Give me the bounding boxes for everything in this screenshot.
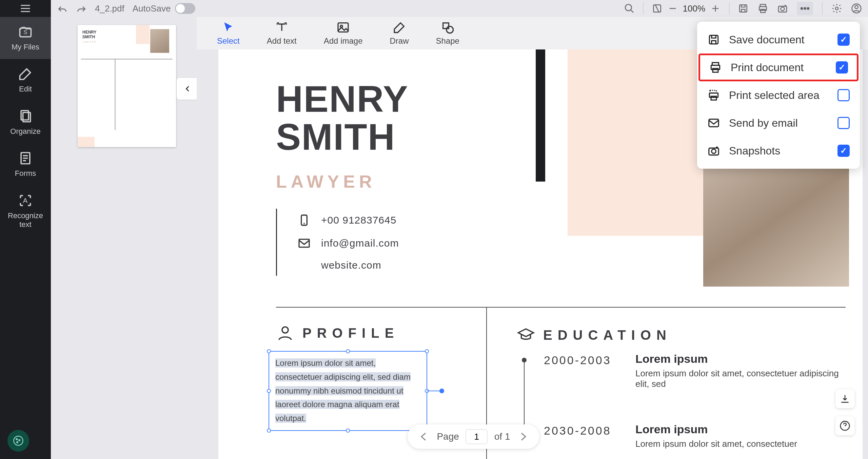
autosave-toggle[interactable]: AutoSave: [133, 3, 195, 14]
selected-text-box[interactable]: Lorem ipsum dolor sit amet, consectetuer…: [269, 351, 427, 431]
svg-point-6: [14, 436, 23, 445]
collapse-thumbnails-icon[interactable]: [177, 78, 198, 100]
left-sidebar: S My Files Edit Organize Forms A Recogni…: [0, 0, 51, 459]
menu-print-checkbox[interactable]: [836, 61, 848, 74]
rotation-line: [427, 391, 440, 391]
svg-rect-12: [739, 5, 747, 12]
menu-email-label: Send by email: [729, 117, 798, 129]
camera-icon: [707, 144, 720, 157]
nav-my-files[interactable]: S My Files: [0, 17, 51, 59]
menu-snapshots-label: Snapshots: [729, 145, 780, 157]
autosave-switch[interactable]: [175, 3, 195, 14]
svg-rect-24: [338, 23, 348, 32]
contact-website: website.com: [297, 255, 399, 276]
nav-edit[interactable]: Edit: [0, 59, 51, 101]
svg-rect-29: [299, 239, 309, 247]
download-button[interactable]: [835, 389, 854, 408]
menu-print-document[interactable]: Print document: [698, 54, 859, 81]
menu-save-checkbox[interactable]: [837, 34, 850, 46]
page-navigator: Page of 1: [408, 424, 539, 449]
settings-icon[interactable]: [831, 3, 842, 14]
nav-organize[interactable]: Organize: [0, 101, 51, 143]
menu-snapshots[interactable]: Snapshots: [697, 137, 860, 165]
autosave-label: AutoSave: [133, 3, 171, 14]
menu-print-selected-area[interactable]: Print selected area: [697, 81, 860, 109]
menu-send-email[interactable]: Send by email: [697, 109, 860, 137]
nav-recognize-text-label: Recognize text: [8, 211, 43, 229]
email-icon: [297, 236, 311, 250]
menu-snapshots-checkbox[interactable]: [837, 145, 850, 157]
selection-handle[interactable]: [267, 429, 271, 433]
cookie-settings-button[interactable]: [7, 430, 29, 452]
document-filename: 4_2.pdf: [95, 3, 124, 14]
contact-email-value: info@gmail.com: [321, 237, 399, 249]
svg-point-9: [17, 442, 18, 443]
contact-phone: +00 912837645: [297, 209, 399, 232]
decorative-bar: [536, 49, 545, 182]
svg-point-18: [801, 7, 803, 9]
undo-icon[interactable]: [57, 3, 68, 14]
svg-point-21: [835, 7, 838, 10]
print-icon: [709, 61, 722, 74]
more-menu-icon[interactable]: [797, 2, 813, 15]
tool-select[interactable]: Select: [217, 21, 240, 46]
hamburger-menu-icon[interactable]: [0, 0, 51, 17]
tool-add-image[interactable]: Add image: [324, 21, 363, 46]
profile-icon: [276, 324, 294, 342]
nav-organize-label: Organize: [10, 127, 40, 136]
resume-job-title: LAWYER: [276, 171, 376, 192]
tool-select-label: Select: [217, 36, 240, 46]
svg-point-27: [447, 26, 453, 33]
selection-handle[interactable]: [346, 349, 350, 353]
fit-page-icon[interactable]: [652, 3, 663, 14]
help-button[interactable]: [835, 416, 854, 435]
prev-page-icon[interactable]: [418, 431, 430, 443]
svg-point-20: [807, 7, 809, 9]
divider-horizontal: [276, 307, 846, 308]
redo-icon[interactable]: [76, 3, 87, 14]
education-detail-2: Lorem ipsum Lorem ipsum dolor sit amet, …: [635, 423, 852, 449]
more-menu-popup: Save document Print document Print selec…: [697, 22, 860, 169]
tool-add-text[interactable]: Add text: [267, 21, 297, 46]
tool-shape-label: Shape: [436, 36, 459, 46]
nav-forms[interactable]: Forms: [0, 143, 51, 185]
page-thumbnail-1[interactable]: HENRYSMITH LAWYER: [78, 25, 176, 147]
menu-email-checkbox[interactable]: [837, 117, 850, 129]
resume-name-line1: HENRY: [276, 80, 409, 118]
selection-handle[interactable]: [425, 349, 429, 353]
education-item-2: 2030-2008: [544, 424, 611, 437]
resume-name: HENRY SMITH: [276, 80, 409, 156]
menu-save-document[interactable]: Save document: [697, 26, 860, 54]
next-page-icon[interactable]: [517, 431, 529, 443]
zoom-out-icon[interactable]: [667, 3, 678, 14]
menu-save-label: Save document: [729, 34, 804, 46]
nav-my-files-label: My Files: [12, 43, 39, 51]
svg-rect-26: [443, 23, 449, 29]
zoom-in-icon[interactable]: [710, 3, 721, 14]
education-desc-2: Lorem ipsum dolor sit amet, consectetuer: [635, 439, 852, 449]
account-icon[interactable]: [851, 3, 862, 14]
education-desc-1: Lorem ipsum dolor sit amet, consectetuer…: [635, 368, 852, 389]
selection-handle[interactable]: [267, 389, 271, 393]
svg-point-30: [282, 327, 288, 333]
topbar: 4_2.pdf AutoSave 100%: [51, 0, 868, 17]
profile-text[interactable]: Lorem ipsum dolor sit amet, consectetuer…: [275, 356, 420, 425]
nav-recognize-text[interactable]: A Recognize text: [0, 186, 51, 237]
save-icon[interactable]: [738, 3, 749, 14]
education-heading: EDUCATION: [543, 328, 672, 343]
page-number-input[interactable]: [466, 429, 488, 444]
svg-point-23: [855, 5, 858, 8]
selection-handle[interactable]: [346, 429, 350, 433]
contact-block: +00 912837645 info@gmail.com website.com: [276, 209, 399, 276]
tool-shape[interactable]: Shape: [436, 21, 459, 46]
menu-print-area-checkbox[interactable]: [837, 89, 850, 101]
timeline-line: [524, 362, 525, 430]
snapshot-icon[interactable]: [777, 3, 788, 14]
nav-edit-label: Edit: [19, 85, 32, 93]
print-icon[interactable]: [757, 3, 768, 14]
rotation-handle[interactable]: [439, 389, 444, 393]
tool-draw[interactable]: Draw: [390, 21, 409, 46]
search-icon[interactable]: [624, 3, 635, 14]
selection-handle[interactable]: [267, 349, 271, 353]
contact-website-value: website.com: [321, 259, 381, 271]
